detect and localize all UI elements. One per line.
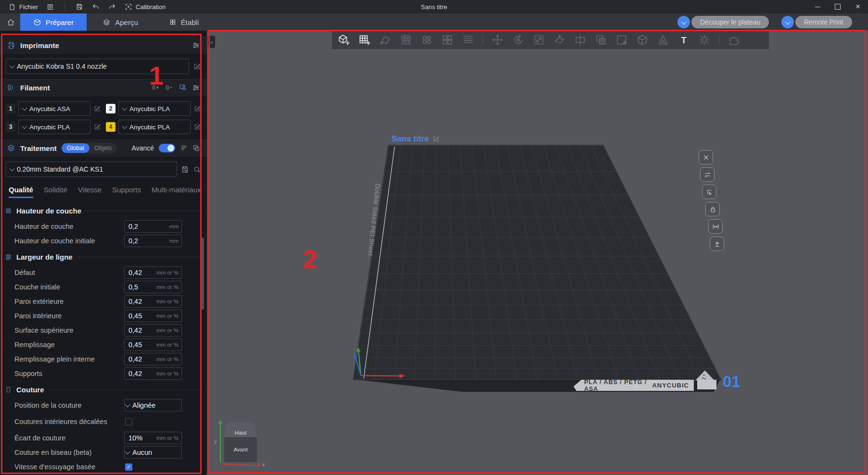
param-input[interactable]: 0,2mm xyxy=(124,235,182,247)
param-checkbox[interactable] xyxy=(125,418,132,425)
nav-front-label: Avant xyxy=(233,447,247,452)
add-object-icon[interactable] xyxy=(338,34,350,46)
remote-print-button[interactable]: Remote Print xyxy=(795,16,852,28)
add-filament-icon[interactable] xyxy=(152,83,160,92)
param-input[interactable]: 0,45mm or % xyxy=(124,338,182,351)
color-paint-icon[interactable] xyxy=(615,34,628,46)
text-tool-icon[interactable]: T xyxy=(677,34,690,46)
nav-cube-top-face[interactable]: Haut xyxy=(224,422,257,437)
file-menu[interactable]: Fichier xyxy=(7,1,40,12)
redo-button[interactable] xyxy=(106,1,118,12)
compare-presets-icon[interactable] xyxy=(192,144,200,152)
slice-plate-button[interactable]: Découper le plateau xyxy=(691,16,769,28)
remove-filament-icon[interactable] xyxy=(165,83,174,92)
search-preset-icon[interactable] xyxy=(193,165,201,174)
param-input[interactable]: 10%mm or % xyxy=(124,432,182,444)
printer-select[interactable]: Anycubic Kobra S1 0.4 nozzle xyxy=(6,59,189,74)
save-button[interactable] xyxy=(74,1,85,12)
param-checkbox[interactable]: ✓ xyxy=(125,463,132,471)
add-plate-icon[interactable] xyxy=(358,34,371,46)
scale-icon[interactable] xyxy=(533,34,545,46)
move-icon[interactable] xyxy=(491,34,504,46)
solid-cube-icon[interactable] xyxy=(636,34,649,46)
place-on-face-icon[interactable] xyxy=(553,34,566,46)
param-row: Hauteur de couche 0,2mm xyxy=(0,219,207,234)
filament-2-select[interactable]: Anycubic PLA xyxy=(118,101,191,116)
nav-cube-front-face[interactable]: Avant xyxy=(224,437,257,462)
filament-settings-icon[interactable] xyxy=(192,84,200,92)
undo-button[interactable] xyxy=(90,1,102,12)
scope-toggle[interactable]: Global Objets xyxy=(62,143,116,153)
scope-objects[interactable]: Objets xyxy=(89,143,116,153)
param-input[interactable]: 0,42mm or % xyxy=(124,266,182,279)
param-row: Coutures intérieures décalées xyxy=(0,412,207,431)
advanced-toggle[interactable] xyxy=(159,144,175,152)
scope-global[interactable]: Global xyxy=(62,143,89,153)
slice-options-button[interactable] xyxy=(677,16,690,28)
plate-brand-label: ANYCUBIC xyxy=(652,382,689,389)
arrange-icon[interactable] xyxy=(400,34,412,46)
home-button[interactable] xyxy=(3,15,18,29)
settings-list-icon[interactable] xyxy=(180,144,188,152)
tab-preview[interactable]: Aperçu xyxy=(95,13,145,31)
close-button[interactable]: × xyxy=(848,0,868,13)
plate-arrange-button[interactable] xyxy=(700,167,715,182)
filament-3-select[interactable]: Anycubic PLA xyxy=(18,120,90,134)
support-paint-icon[interactable] xyxy=(657,34,669,46)
param-input[interactable]: 0,5mm or % xyxy=(124,281,182,293)
remote-print-options-button[interactable] xyxy=(781,16,794,28)
tab-prepare[interactable]: Préparer xyxy=(20,13,87,31)
tab-device[interactable]: Établi xyxy=(161,13,207,31)
plate-name-edit-icon[interactable] xyxy=(432,135,440,143)
assembly-icon[interactable] xyxy=(728,34,740,46)
maximize-button[interactable] xyxy=(828,0,848,13)
sidebar-collapse-handle[interactable]: › xyxy=(208,36,215,48)
filament-1-select[interactable]: Anycubic ASA xyxy=(18,101,90,116)
param-select[interactable]: Aucun xyxy=(124,446,182,459)
filament-3-edit-icon[interactable] xyxy=(93,123,101,131)
layers-list-icon[interactable] xyxy=(462,34,474,46)
tab-strength[interactable]: Solidité xyxy=(44,186,67,198)
calibration-button[interactable]: Calibration xyxy=(123,1,167,12)
param-input[interactable]: 0,45mm or % xyxy=(124,310,182,322)
tab-quality[interactable]: Qualité xyxy=(9,186,33,198)
split-objects-icon[interactable] xyxy=(441,34,454,46)
param-input[interactable]: 0,42mm or % xyxy=(124,295,182,308)
save-preset-icon[interactable] xyxy=(181,165,189,174)
plate-lock-button[interactable] xyxy=(705,202,720,216)
sync-filament-icon[interactable] xyxy=(179,83,187,92)
cut-icon[interactable] xyxy=(574,34,587,46)
plate-fit-button[interactable] xyxy=(708,219,723,234)
plate-raise-button[interactable] xyxy=(710,237,724,251)
minimize-button[interactable] xyxy=(807,0,828,13)
orientation-navigator[interactable]: y Haut Avant x xyxy=(214,418,268,470)
printer-edit-icon[interactable] xyxy=(193,62,201,71)
seam-tool-icon[interactable] xyxy=(698,34,711,46)
param-input[interactable]: 0,2mm xyxy=(124,220,182,233)
notes-button[interactable] xyxy=(45,1,56,12)
param-select[interactable]: Alignée xyxy=(124,399,182,412)
plate-delete-button[interactable] xyxy=(699,150,713,164)
boolean-icon[interactable] xyxy=(595,34,607,46)
process-preset-select[interactable]: 0.20mm Standard @AC KS1 xyxy=(6,162,177,177)
rotate-icon[interactable] xyxy=(512,34,524,46)
param-input[interactable]: 0,42mm or % xyxy=(124,353,182,365)
filament-4-select[interactable]: Anycubic PLA xyxy=(118,120,191,134)
param-input[interactable]: 0,42mm or % xyxy=(124,324,182,337)
printer-settings-icon[interactable] xyxy=(192,41,200,50)
fill-plate-icon[interactable] xyxy=(421,34,433,46)
viewport-3d[interactable] xyxy=(207,31,868,475)
auto-orient-icon[interactable] xyxy=(379,34,392,46)
filament-2-edit-icon[interactable] xyxy=(193,105,201,112)
plate-orient-button[interactable] xyxy=(702,185,716,199)
filament-1-edit-icon[interactable] xyxy=(93,105,101,112)
filament-4-edit-icon[interactable] xyxy=(193,123,201,131)
param-row: Défaut0,42mm or % xyxy=(0,265,207,280)
filament-slot-3: 3 Anycubic PLA xyxy=(6,120,101,134)
plate-name[interactable]: Sans titre xyxy=(392,134,440,144)
tab-supports[interactable]: Supports xyxy=(112,186,141,198)
sidebar-scrollbar[interactable] xyxy=(201,238,204,310)
tab-multimaterial[interactable]: Multi-matériaux xyxy=(152,186,201,198)
param-input[interactable]: 0,42mm or % xyxy=(124,367,182,380)
tab-speed[interactable]: Vitesse xyxy=(78,186,102,198)
